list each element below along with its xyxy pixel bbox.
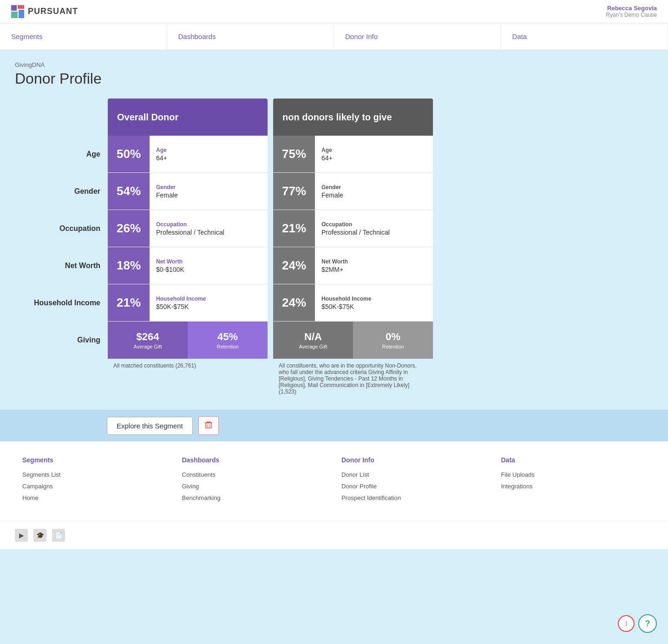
footer-benchmarking-link[interactable]: Benchmarking xyxy=(182,494,327,501)
non-donors-hhincome-detail-label: Household Income xyxy=(321,296,371,302)
hhincome-label: Household Income xyxy=(15,284,108,322)
non-donors-giving-ret-value: 0% xyxy=(386,331,400,343)
footer: Segments Segments List Campaigns Home Da… xyxy=(0,441,668,521)
networth-label: Net Worth xyxy=(15,247,108,284)
overall-networth-detail: Net Worth $0-$100K xyxy=(150,247,191,284)
overall-donor-col: Overall Donor 50% Age 64+ 54% Gender Fem… xyxy=(108,99,268,399)
help-fab: ↕ ? xyxy=(618,614,657,633)
non-donors-hhincome-detail: Household Income $50K-$75K xyxy=(315,284,378,321)
footer-donor-profile-link[interactable]: Donor Profile xyxy=(341,483,486,490)
non-donors-age-detail-value: 64+ xyxy=(321,154,333,162)
overall-occupation-detail: Occupation Professional / Technical xyxy=(150,210,231,247)
overall-hhincome-row: 21% Household Income $50K-$75K xyxy=(108,284,268,322)
overall-giving-avg-box: $264 Average Gift xyxy=(108,322,188,359)
overall-gender-pct: 54% xyxy=(108,173,150,210)
overall-header: Overall Donor xyxy=(108,99,268,136)
overall-hhincome-detail-label: Household Income xyxy=(156,296,206,302)
user-cause: Ryan's Demo Cause xyxy=(606,12,657,18)
svg-rect-3 xyxy=(19,10,24,18)
breadcrumb: GivingDNA xyxy=(15,61,653,68)
footer-file-uploads-link[interactable]: File Uploads xyxy=(501,471,646,478)
overall-hhincome-pct: 21% xyxy=(108,284,150,321)
overall-giving-row: $264 Average Gift 45% Retention xyxy=(108,322,268,359)
overall-giving-ret-value: 45% xyxy=(217,331,238,343)
svg-rect-4 xyxy=(206,423,211,428)
non-donors-giving-ret-box: 0% Retention xyxy=(353,322,433,359)
footer-donor-list-link[interactable]: Donor List xyxy=(341,471,486,478)
overall-hhincome-detail-value: $50K-$75K xyxy=(156,303,206,310)
overall-networth-detail-label: Net Worth xyxy=(156,258,184,265)
footer-giving-link[interactable]: Giving xyxy=(182,483,327,490)
logo-icon xyxy=(11,5,24,18)
row-labels: Age Gender Occupation Net Worth Househol… xyxy=(15,99,108,399)
giving-label: Giving xyxy=(15,322,108,359)
delete-segment-button[interactable] xyxy=(198,416,219,435)
nav: Segments Dashboards Donor Info Data xyxy=(0,23,668,50)
footer-donor-info-heading: Donor Info xyxy=(341,456,486,464)
explore-segment-button[interactable]: Explore this Segment xyxy=(107,417,193,435)
non-donors-gender-row: 77% Gender Female xyxy=(273,173,433,210)
non-donors-occupation-detail: Occupation Professional / Technical xyxy=(315,210,396,247)
user-info: Rebecca Segovia Ryan's Demo Cause xyxy=(606,5,657,18)
footer-donor-info-col: Donor Info Donor List Donor Profile Pros… xyxy=(334,456,494,506)
svg-rect-1 xyxy=(18,5,24,9)
nav-dashboards[interactable]: Dashboards xyxy=(167,23,334,50)
footer-integrations-link[interactable]: Integrations xyxy=(501,483,646,490)
footer-data-col: Data File Uploads Integrations xyxy=(494,456,654,506)
columns-area: Overall Donor 50% Age 64+ 54% Gender Fem… xyxy=(108,99,433,399)
user-name: Rebecca Segovia xyxy=(606,5,657,12)
education-icon[interactable]: 🎓 xyxy=(33,529,46,542)
non-donors-networth-detail: Net Worth $2MM+ xyxy=(315,247,354,284)
age-label: Age xyxy=(15,136,108,173)
non-donors-giving-avg-label: Average Gift xyxy=(299,344,327,349)
non-donors-networth-pct: 24% xyxy=(273,247,315,284)
overall-gender-row: 54% Gender Female xyxy=(108,173,268,210)
overall-age-detail: Age 64+ xyxy=(150,136,174,172)
overall-giving-avg-label: Average Gift xyxy=(134,344,162,349)
nav-segments[interactable]: Segments xyxy=(0,23,167,50)
app-name: PURSUANT xyxy=(28,7,78,16)
trash-icon xyxy=(204,421,213,429)
footer-constituents-link[interactable]: Constituents xyxy=(182,471,327,478)
non-donors-gender-detail-value: Female xyxy=(321,191,343,199)
non-donors-giving-avg-value: N/A xyxy=(304,331,322,343)
overall-gender-detail: Gender Female xyxy=(150,173,184,210)
header: PURSUANT Rebecca Segovia Ryan's Demo Cau… xyxy=(0,0,668,23)
footer-segments-heading: Segments xyxy=(22,456,167,464)
non-donors-networth-row: 24% Net Worth $2MM+ xyxy=(273,247,433,284)
footer-bottom: ▶ 🎓 📄 xyxy=(0,521,668,549)
non-donors-age-detail-label: Age xyxy=(321,147,333,153)
svg-rect-2 xyxy=(11,12,18,18)
overall-occupation-detail-value: Professional / Technical xyxy=(156,229,224,236)
non-donors-age-pct: 75% xyxy=(273,136,315,172)
footer-dashboards-col: Dashboards Constituents Giving Benchmark… xyxy=(175,456,334,506)
youtube-icon[interactable]: ▶ xyxy=(15,529,28,542)
nav-donor-info[interactable]: Donor Info xyxy=(334,23,501,50)
non-donors-gender-pct: 77% xyxy=(273,173,315,210)
non-donors-occupation-pct: 21% xyxy=(273,210,315,247)
overall-footer: All matched constituents (26,761) xyxy=(108,359,268,377)
help-button[interactable]: ? xyxy=(638,614,657,633)
footer-dashboards-heading: Dashboards xyxy=(182,456,327,464)
main-content: GivingDNA Donor Profile Age Gender Occup… xyxy=(0,50,668,410)
footer-segments-list-link[interactable]: Segments List xyxy=(22,471,167,478)
overall-hhincome-detail: Household Income $50K-$75K xyxy=(150,284,212,321)
nav-data[interactable]: Data xyxy=(501,23,668,50)
overall-networth-row: 18% Net Worth $0-$100K xyxy=(108,247,268,284)
footer-campaigns-link[interactable]: Campaigns xyxy=(22,483,167,490)
overall-occupation-row: 26% Occupation Professional / Technical xyxy=(108,210,268,247)
non-donors-giving-ret-label: Retention xyxy=(382,344,404,349)
overall-giving-ret-box: 45% Retention xyxy=(188,322,268,359)
non-donors-networth-detail-label: Net Worth xyxy=(321,258,348,265)
footer-data-heading: Data xyxy=(501,456,646,464)
non-donors-age-row: 75% Age 64+ xyxy=(273,136,433,173)
footer-segments-col: Segments Segments List Campaigns Home xyxy=(15,456,175,506)
footer-prospect-id-link[interactable]: Prospect Identification xyxy=(341,494,486,501)
non-donors-occupation-detail-value: Professional / Technical xyxy=(321,229,390,236)
arrow-up-button[interactable]: ↕ xyxy=(618,615,635,632)
non-donors-occupation-detail-label: Occupation xyxy=(321,221,390,228)
page-title: Donor Profile xyxy=(15,70,653,87)
overall-occupation-detail-label: Occupation xyxy=(156,221,224,228)
footer-home-link[interactable]: Home xyxy=(22,494,167,501)
document-icon[interactable]: 📄 xyxy=(52,529,65,542)
